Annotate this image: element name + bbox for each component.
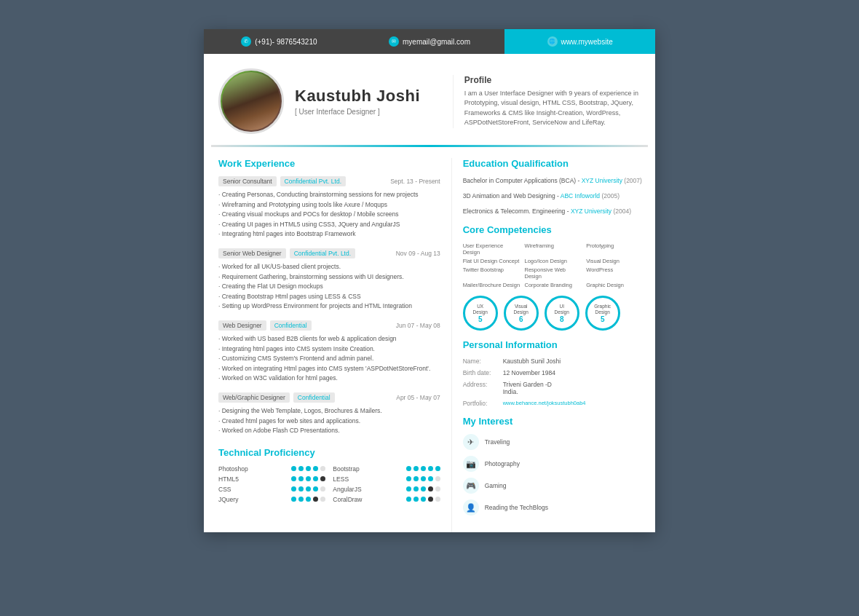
dot [435,486,440,491]
bullet-3-3: Customizing CMS System's Frontend and ad… [218,354,440,364]
circle-ui: UIDesign 8 [545,296,579,331]
tech-name-photoshop: Photoshop [218,465,258,473]
tech-coraldraw: CoralDraw [333,496,440,503]
dot [421,486,426,491]
job-title-3: Web Designer [218,320,266,331]
dot [306,476,311,481]
edu-year-1: (2007) [624,177,642,184]
bullet-1-1: Creating Personas, Conducting brainstorm… [218,190,440,200]
circle-num-graphic: 5 [601,315,605,323]
edu-degree-2: 3D Animation and Web Designing [463,192,555,200]
reading-icon: 👤 [463,499,479,516]
dot [421,476,426,481]
edu-school-3: XYZ University [571,208,611,215]
circle-label-visual: VisualDesign [514,304,529,315]
website-icon: 🌐 [547,36,558,47]
job-header-2: Senior Web Designer Confidential Pvt. Lt… [218,248,440,258]
dot [413,476,419,481]
bullet-2-1: Worked for all UK/US-based client projec… [218,262,440,272]
job-entry-1: Senior Consultant Confidential Pvt. Ltd.… [218,176,440,240]
circle-outer-visual: VisualDesign 6 [504,296,539,331]
dots-jquery [291,497,325,502]
contact-bar: ✆ (+91)- 9876543210 ✉ myemail@gmail.com … [204,29,655,54]
tech-jquery: JQuery [218,496,325,503]
dot [291,497,296,502]
circle-num-visual: 6 [519,315,523,323]
address-value: Triveni Garden -DIndia. [503,381,552,395]
bullet-4-3: Worked on Adobe Flash CD Presentations. [218,426,440,436]
work-heading-colored: Experience [245,158,295,169]
edu-entry-2: 3D Animation and Web Designing - ABC Inf… [463,191,644,201]
circle-num-ui: 8 [560,315,564,323]
candidate-title: [ User Interface Designer ] [295,108,442,116]
interest-reading: 👤 Reading the TechBlogs [463,499,644,516]
email-icon: ✉ [389,36,399,47]
tech-heading: Technical Proficiency [218,447,440,458]
work-experience-heading: Work Experience [218,158,440,169]
comp-item-5: Logo/Icon Design [524,258,582,264]
dot [428,497,433,502]
circle-outer-ux: UXDesign 5 [463,296,498,331]
comp-item-1: User Experience Design [463,242,521,256]
job-company-4: Confidential [293,392,335,403]
dot [435,466,440,471]
edu-entry-1: Bachelor in Computer Applications (BCA) … [463,176,644,186]
job-header-1: Senior Consultant Confidential Pvt. Ltd.… [218,176,440,186]
comp-item-8: Responsive Web Design [524,266,582,280]
dots-css [291,486,325,491]
tech-grid: Photoshop Bootstrap [218,465,440,503]
circle-outer-graphic: GraphicDesign 5 [585,296,620,331]
job-date-3: Jun 07 - May 08 [396,322,440,329]
interest-gaming: 🎮 Gaming [463,478,644,494]
tech-name-jquery: JQuery [218,496,258,503]
circle-graphic: GraphicDesign 5 [585,296,620,331]
dot [435,476,440,481]
dots-less [406,476,440,481]
circle-label-graphic: GraphicDesign [594,304,611,315]
job-date-2: Nov 09 - Aug 13 [396,250,440,257]
skill-circles: UXDesign 5 VisualDesign 6 UIDesign 8 [463,296,644,331]
gaming-icon: 🎮 [463,478,479,494]
tech-name-css: CSS [218,486,258,493]
personal-info-heading: Personal Information [463,339,644,350]
avatar [218,68,284,134]
email-text: myemail@gmail.com [403,38,470,46]
comp-item-7: Twitter Bootstrap [463,266,521,280]
dot [413,486,419,491]
bullet-1-3: Creating visual mockups and POCs for des… [218,210,440,220]
comp-heading-plain: Core [463,224,485,235]
interest-label-reading: Reading the TechBlogs [485,504,548,511]
edu-degree-1: Bachelor in Computer Applications (BCA) [463,177,576,184]
email-contact: ✉ myemail@gmail.com [355,29,505,54]
dot [320,476,325,481]
bullet-4-2: Created html pages for web sites and app… [218,416,440,427]
comp-item-4: Flat UI Design Concept [463,258,521,264]
job-company-1: Confidential Pvt. Ltd. [280,176,346,186]
profile-section: Kaustubh Joshi [ User Interface Designer… [204,54,655,145]
comp-item-6: Visual Design [586,258,644,264]
portfolio-label: Portfolio: [463,400,503,407]
tech-less: LESS [333,475,440,483]
dot [428,486,433,491]
circle-visual: VisualDesign 6 [504,296,539,331]
dot [291,486,296,491]
interest-heading-colored: Interest [478,416,512,427]
dot [406,476,411,481]
travel-icon: ✈ [463,434,479,450]
tech-name-angularjs: AngularJS [333,486,373,493]
dot [320,486,325,491]
competency-list: User Experience Design Wireframing Proto… [463,242,644,288]
dot [428,466,433,471]
tech-name-coraldraw: CoralDraw [333,496,373,503]
address-label: Address: [463,381,503,395]
phone-contact: ✆ (+91)- 9876543210 [204,29,355,54]
birthdate-label: Birth date: [463,369,503,376]
circle-label-ui: UIDesign [555,304,569,315]
website-contact[interactable]: 🌐 www.mywebsite [504,29,655,54]
dot [313,466,318,471]
job-bullets-2: Worked for all UK/US-based client projec… [218,262,440,312]
dot [413,497,419,502]
portfolio-value[interactable]: www.behance.net/joksustubh0ab4 [503,400,586,407]
dot [291,476,296,481]
comp-item-2: Wireframing [524,242,582,256]
